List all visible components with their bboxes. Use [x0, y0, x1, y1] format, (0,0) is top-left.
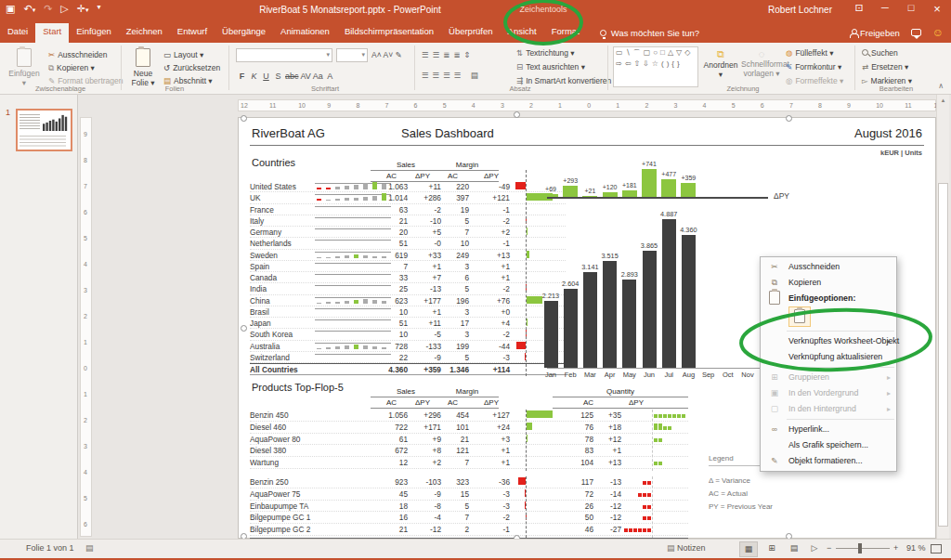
shape-glyph[interactable]: ▭: [616, 48, 623, 59]
comments-icon[interactable]: [911, 29, 921, 36]
paragraph-button[interactable]: ☰: [433, 50, 444, 59]
shape-glyph[interactable]: ▢: [644, 48, 651, 59]
font-style-button[interactable]: F: [236, 71, 248, 82]
feedback-smiley-icon[interactable]: ☺: [932, 26, 944, 39]
zoom-level[interactable]: 91 %: [906, 543, 926, 553]
vertical-scrollbar[interactable]: ▴: [936, 95, 949, 539]
align-buttons[interactable]: ☰☰☰☰ ▤: [422, 71, 482, 80]
font-style-button[interactable]: AV: [300, 71, 312, 82]
tab-einfügen[interactable]: Einfügen: [69, 23, 119, 43]
reset-button[interactable]: ↺Zurücksetzen: [163, 63, 220, 72]
shape-glyph[interactable]: ): [667, 59, 670, 68]
account-name[interactable]: Robert Lochner: [768, 5, 832, 15]
tab-format[interactable]: Format: [544, 23, 587, 43]
save-icon[interactable]: ▣: [6, 3, 15, 15]
context-menu-item[interactable]: Als Grafik speichern...: [761, 437, 896, 453]
new-slide-button[interactable]: NeueFolie ▾: [126, 48, 160, 87]
tab-überprüfen[interactable]: Überprüfen: [441, 23, 501, 43]
font-style-button[interactable]: Aa: [312, 71, 324, 82]
tab-datei[interactable]: Datei: [0, 23, 35, 43]
font-size-combo[interactable]: [336, 48, 368, 62]
horizontal-ruler[interactable]: 1211109876543210123456789101112: [238, 99, 936, 111]
tab-entwurf[interactable]: Entwurf: [170, 23, 215, 43]
zoom-slider-thumb[interactable]: [858, 543, 862, 553]
collapse-ribbon-icon[interactable]: ∧: [938, 82, 944, 90]
zoom-slider-track[interactable]: [836, 548, 890, 549]
share-button[interactable]: Freigeben: [850, 28, 899, 38]
paste-button[interactable]: Einfügen ▾: [6, 48, 43, 87]
font-style-button[interactable]: U: [260, 71, 272, 82]
font-name-combo[interactable]: [236, 48, 332, 62]
scroll-up-icon[interactable]: ▴: [937, 95, 949, 104]
shape-fill-button[interactable]: ◍Fülleffekt ▾: [786, 48, 833, 58]
slide-thumbnail[interactable]: [16, 109, 72, 151]
minimize-icon[interactable]: ─: [875, 2, 895, 13]
shape-glyph[interactable]: ⌒: [633, 48, 641, 59]
shape-glyph[interactable]: ○: [653, 48, 658, 59]
tab-start[interactable]: Start: [35, 23, 69, 43]
zoom-out-button[interactable]: −: [827, 543, 831, 553]
context-menu-item[interactable]: ⊞Gruppieren▸: [761, 370, 896, 385]
shape-outline-button[interactable]: ✎Formkontur ▾: [786, 62, 841, 72]
paragraph-button[interactable]: ☰: [422, 50, 433, 59]
shape-glyph[interactable]: }: [677, 59, 680, 68]
shape-glyph[interactable]: □: [660, 48, 665, 59]
notes-button[interactable]: ▤ Notizen: [667, 543, 706, 553]
shape-glyph[interactable]: ⇨: [616, 59, 622, 68]
selection-handle[interactable]: [786, 115, 792, 122]
shape-glyph[interactable]: ⇧: [633, 59, 640, 68]
paragraph-button[interactable]: ≣: [443, 50, 453, 59]
redo-icon[interactable]: ↷: [44, 3, 52, 15]
shape-glyph[interactable]: ⇩: [643, 59, 649, 68]
grow-shrink-font-buttons[interactable]: A˄ A˅ ✎: [371, 50, 402, 59]
copy-button[interactable]: ⧉Kopieren ▾: [48, 63, 95, 73]
paragraph-button[interactable]: ≣: [453, 50, 463, 59]
selection-handle[interactable]: [241, 115, 247, 122]
context-menu-item[interactable]: ▢In den Hintergrund▸: [761, 401, 896, 417]
context-menu-item[interactable]: ▣In den Vordergrund▸: [761, 385, 896, 401]
context-menu-item[interactable]: ✎Objekt formatieren...: [761, 453, 896, 469]
cut-button[interactable]: ✂Ausschneiden: [48, 50, 108, 59]
layout-button[interactable]: ▭Layout ▾: [163, 50, 203, 59]
vertical-ruler[interactable]: 9876543210123456: [80, 117, 92, 537]
context-menu-item[interactable]: Verknüpfung aktualisieren: [761, 349, 896, 365]
shape-glyph[interactable]: ∖: [626, 48, 631, 59]
tab-übergänge[interactable]: Übergänge: [215, 23, 273, 43]
shape-glyph[interactable]: ⇦: [625, 59, 632, 68]
arrange-button[interactable]: ⧉ Anordnen▾: [702, 48, 739, 79]
list-buttons[interactable]: ☰☰≣≣⇕: [422, 50, 475, 59]
font-style-button[interactable]: A: [324, 71, 336, 82]
undo-icon[interactable]: ↶▾: [23, 3, 35, 15]
fit-to-window-icon[interactable]: [931, 544, 942, 553]
tab-bildschirmpräsentation[interactable]: Bildschirmpräsentation: [337, 23, 441, 43]
font-style-button[interactable]: S: [272, 71, 284, 82]
view-slideshow-icon[interactable]: ▷: [806, 543, 823, 553]
context-menu-item[interactable]: ✂Ausschneiden: [761, 259, 896, 275]
close-icon[interactable]: ×: [927, 2, 947, 16]
slide-counter[interactable]: Folie 1 von 1: [26, 543, 74, 553]
quick-styles-button[interactable]: ◌ Schnellformat-vorlagen ▾: [741, 48, 782, 78]
scrollbar-thumb[interactable]: [938, 183, 948, 527]
selection-handle[interactable]: [241, 325, 247, 332]
view-sorter-icon[interactable]: ⊞: [763, 543, 780, 553]
tab-animationen[interactable]: Animationen: [273, 23, 337, 43]
text-direction-button[interactable]: ⇅Textrichtung ▾: [516, 48, 575, 58]
context-menu-item[interactable]: ∞Hyperlink...: [761, 422, 896, 437]
shape-glyph[interactable]: ▽: [676, 48, 682, 59]
maximize-icon[interactable]: □: [901, 2, 921, 13]
tell-me-search[interactable]: Was möchten Sie tun?: [600, 23, 699, 43]
customize-qat-icon[interactable]: ▾: [98, 3, 101, 15]
context-menu-item[interactable]: Verknüpftes Worksheet-Objekt▸: [761, 333, 896, 349]
shape-glyph[interactable]: ◇: [684, 48, 690, 59]
font-style-button[interactable]: abc: [284, 71, 300, 82]
proofing-icon[interactable]: ▤: [85, 543, 94, 553]
shape-glyph[interactable]: (: [661, 59, 664, 68]
shapes-gallery[interactable]: ▭∖⌒▢○□△▽◇⇨⇦⇧⇩☆(){}: [613, 46, 698, 87]
align-text-button[interactable]: ⊟Text ausrichten ▾: [516, 62, 585, 72]
start-presentation-icon[interactable]: ▷: [60, 3, 68, 15]
selection-handle[interactable]: [514, 111, 520, 118]
find-button[interactable]: Suchen: [862, 48, 898, 58]
paragraph-button[interactable]: ⇕: [464, 50, 475, 59]
tab-zeichnen[interactable]: Zeichnen: [119, 23, 170, 43]
ribbon-display-options-icon[interactable]: ⊡: [849, 2, 869, 14]
